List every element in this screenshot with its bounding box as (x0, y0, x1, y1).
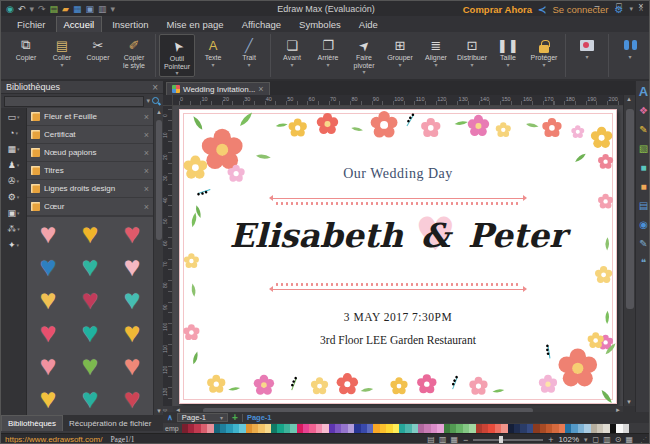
scroll-down-icon[interactable]: ▼ (624, 399, 634, 405)
ideas-category-icon[interactable]: ✦▾ (8, 240, 19, 250)
protect-button[interactable]: Protéger▾ (526, 34, 562, 77)
heart-shape[interactable]: ♥ (111, 283, 153, 316)
group-button[interactable]: ⊞Grouper▾ (382, 34, 418, 77)
view-normal-icon[interactable]: ▤ (427, 435, 435, 444)
invitation-page[interactable]: Our Wedding Day Elisabeth ♥ & Peter 3 MA… (179, 109, 617, 404)
heart-shape[interactable]: ♥ (111, 316, 153, 349)
zoom-in-button[interactable]: + (548, 435, 553, 444)
document-tab[interactable]: Wedding Invitation... × (166, 82, 270, 95)
heart-shape[interactable]: ♥ (69, 349, 111, 382)
image-panel-icon[interactable]: ▧ (639, 144, 648, 154)
canvas-vertical-scrollbar[interactable]: ▲ ▼ (623, 95, 635, 406)
copy-button[interactable]: ⧉Copier (8, 34, 44, 77)
gear-icon[interactable]: ⚙ (614, 4, 623, 15)
search-icon[interactable] (152, 97, 160, 105)
color-swatch[interactable] (623, 424, 629, 433)
zoom-slider[interactable] (473, 439, 543, 441)
undo-icon[interactable]: ↶ (18, 4, 26, 14)
library-close-icon[interactable]: × (144, 130, 149, 140)
heart-shape[interactable]: ♥ (69, 283, 111, 316)
view-outline-icon[interactable]: ▥ (439, 435, 447, 444)
distribute-button[interactable]: ⊡Distribuer▾ (454, 34, 490, 77)
scrollbar-thumb[interactable] (626, 109, 634, 309)
drawing-canvas[interactable]: Our Wedding Day Elisabeth ♥ & Peter 3 MA… (173, 106, 623, 406)
send-back-button[interactable]: ❐Arrière▾ (310, 34, 346, 77)
library-panel-close-icon[interactable]: × (152, 82, 158, 93)
search-caret-icon[interactable]: ▾ (146, 97, 150, 105)
new-file-icon[interactable]: ▤ (49, 4, 58, 14)
text-tool-button[interactable]: ATexte▾ (195, 34, 231, 77)
tab-file-recovery[interactable]: Récupération de fichier (63, 415, 157, 431)
comment-panel-icon[interactable]: ❝ (641, 258, 646, 268)
fit-width-icon[interactable]: ▥ (603, 435, 611, 444)
people-category-icon[interactable]: ♟▾ (8, 160, 20, 170)
extra-tool-icon[interactable]: ▥ (98, 4, 107, 14)
library-item[interactable]: Cœur× (27, 198, 153, 216)
library-close-icon[interactable]: × (144, 202, 149, 212)
heart-shape[interactable]: ♥ (69, 316, 111, 349)
menu-accueil[interactable]: Accueil (56, 16, 103, 33)
qa-more-caret-icon[interactable]: ▾ (110, 4, 115, 14)
heart-shape[interactable]: ♥ (111, 250, 153, 283)
library-search-input[interactable] (4, 96, 144, 107)
library-item[interactable]: Nœud papions× (27, 144, 153, 162)
menu-fichier[interactable]: Fichier (9, 16, 54, 33)
zoom-slider-knob[interactable] (499, 436, 503, 444)
clipart-category-icon[interactable]: ✇▾ (8, 176, 19, 186)
heart-shape[interactable]: ♥ (111, 382, 153, 415)
save-icon[interactable]: ▦ (73, 4, 82, 14)
text-panel-icon[interactable]: A (639, 87, 648, 97)
paste-button[interactable]: ▤Coller▾ (44, 34, 80, 77)
print-icon[interactable]: ▣ (85, 4, 94, 14)
rotate-button[interactable]: ➤Faire pivoter▾ (346, 34, 382, 77)
add-page-button[interactable]: + (232, 413, 238, 422)
collapse-ribbon-icon[interactable]: ˄ (639, 6, 643, 13)
zoom-caret-icon[interactable]: ▾ (584, 436, 588, 444)
page-color-icon[interactable]: ■ (640, 182, 646, 192)
edit-doc-panel-icon[interactable]: ✎ (639, 239, 647, 249)
library-close-icon[interactable]: × (144, 184, 149, 194)
buy-now-link[interactable]: Comprar Ahora (463, 4, 532, 15)
app-logo-icon[interactable]: ◉ (6, 4, 14, 14)
pointer-tool-button[interactable]: ➤Outil Pointeur▾ (159, 34, 195, 77)
furniture-category-icon[interactable]: ▦▾ (7, 144, 19, 154)
menu-mise-en-page[interactable]: Mise en page (159, 16, 232, 33)
redo-icon[interactable]: ↷ (38, 4, 46, 14)
zoom-out-button[interactable]: − (463, 435, 468, 444)
picture-button[interactable]: ▾ (569, 34, 605, 77)
cut-button[interactable]: ✂Couper (80, 34, 116, 77)
heart-shape[interactable]: ♥ (27, 217, 69, 250)
collapse-pages-icon[interactable]: ∧ (167, 413, 173, 422)
heart-shape[interactable]: ♥ (111, 349, 153, 382)
library-item[interactable]: Fleur et Feuille× (27, 108, 153, 126)
library-close-icon[interactable]: × (144, 166, 149, 176)
library-item[interactable]: Titres× (27, 162, 153, 180)
scroll-up-icon[interactable]: ▲ (624, 96, 634, 102)
find-button[interactable]: ▾ (612, 34, 648, 77)
bring-front-button[interactable]: ❏Avant▾ (274, 34, 310, 77)
align-button[interactable]: ≣Aligner▾ (418, 34, 454, 77)
heart-shape[interactable]: ♥ (69, 382, 111, 415)
menu-symboles[interactable]: Symboles (291, 16, 349, 33)
line-tool-button[interactable]: ╱Trait▾ (231, 34, 267, 77)
menu-affichage[interactable]: Affichage (234, 16, 289, 33)
menu-insertion[interactable]: Insertion (104, 16, 156, 33)
menu-aide[interactable]: Aide (351, 16, 386, 33)
pan-grid-icon[interactable]: ▦ (625, 435, 633, 444)
heart-shape[interactable]: ♥ (27, 382, 69, 415)
tab-libraries[interactable]: Bibliothèques (1, 415, 63, 431)
heart-shape[interactable]: ♥ (27, 316, 69, 349)
gear-caret-icon[interactable]: ▾ (629, 5, 633, 13)
symbols-category-icon[interactable]: ⚙▾ (8, 192, 20, 202)
open-file-icon[interactable]: ▰ (62, 4, 69, 14)
heart-shape[interactable]: ♥ (69, 250, 111, 283)
library-item[interactable]: Lignes droits design× (27, 180, 153, 198)
copy-style-button[interactable]: ✐Copier le style (116, 34, 152, 77)
heart-shape[interactable]: ♥ (69, 217, 111, 250)
page-tab[interactable]: Page-1 ▾ (177, 413, 228, 422)
library-close-icon[interactable]: × (144, 112, 149, 122)
orgchart-category-icon[interactable]: ⁂▾ (7, 224, 20, 234)
notes-panel-icon[interactable]: ▤ (639, 201, 648, 211)
share-icon[interactable]: ≺ (538, 4, 546, 15)
library-close-icon[interactable]: × (144, 148, 149, 158)
